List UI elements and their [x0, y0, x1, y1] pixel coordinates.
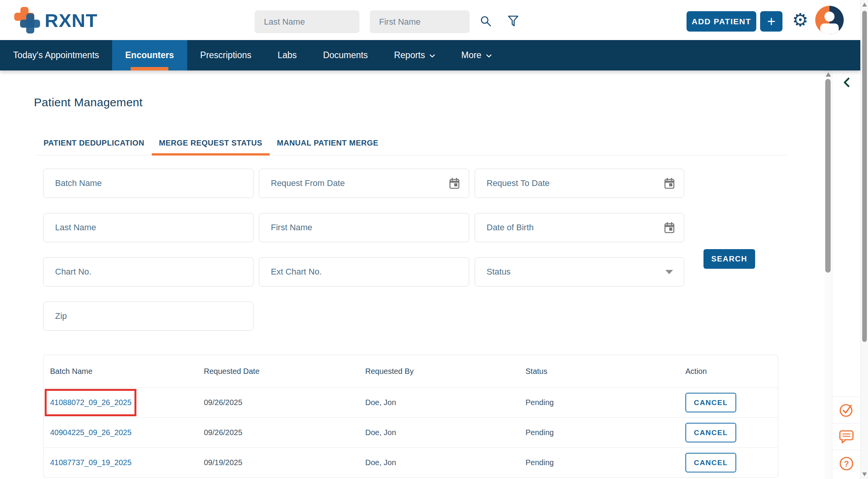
calendar-icon[interactable]	[449, 178, 460, 189]
page-title: Patient Management	[34, 96, 832, 109]
field-placeholder: Status	[487, 267, 665, 277]
help-button[interactable]: ?	[832, 450, 860, 479]
field-placeholder: Date of Birth	[487, 223, 664, 233]
dropdown-arrow-icon	[665, 270, 673, 274]
status-cell: Pending	[526, 428, 685, 437]
field-placeholder: Chart No.	[55, 267, 244, 277]
right-rail: ?	[832, 70, 860, 479]
requested-date-cell: 09/26/2025	[204, 428, 365, 437]
last-name-field[interactable]: Last Name	[43, 213, 254, 242]
calendar-icon[interactable]	[664, 178, 675, 189]
filter-icon[interactable]	[508, 15, 519, 28]
col-requested-date: Requested Date	[204, 367, 365, 376]
nav-label: More	[461, 50, 481, 60]
scroll-up-arrow-icon[interactable]	[826, 72, 831, 77]
nav-label: Labs	[278, 50, 297, 60]
zip-field[interactable]: Zip	[43, 301, 254, 331]
cancel-button[interactable]: CANCEL	[685, 393, 736, 412]
user-avatar[interactable]	[815, 6, 844, 34]
chevron-down-icon	[430, 54, 435, 58]
table-row: 40904225_09_26_2025 09/26/2025 Doe, Jon …	[44, 417, 778, 447]
filter-form: Batch Name Request From Date Request To …	[43, 169, 684, 331]
cancel-button[interactable]: CANCEL	[685, 453, 736, 472]
content-row: Patient Management PATIENT DEDUPLICATION…	[0, 70, 860, 479]
nav-reports[interactable]: Reports	[381, 40, 448, 70]
scrollbar-up-arrow-icon[interactable]	[862, 3, 867, 7]
cancel-button[interactable]: CANCEL	[685, 423, 736, 442]
col-action: Action	[685, 367, 778, 376]
rail-icon-stack: ?	[832, 397, 860, 479]
header-last-name-input[interactable]	[255, 10, 359, 33]
nav-documents[interactable]: Documents	[310, 40, 381, 70]
tab-manual-patient-merge[interactable]: MANUAL PATIENT MERGE	[270, 134, 386, 156]
top-header: RXNT ADD PATIENT + ⚙	[0, 0, 860, 40]
requested-date-cell: 09/26/2025	[204, 398, 365, 407]
tab-merge-request-status[interactable]: MERGE REQUEST STATUS	[152, 134, 270, 156]
search-icon[interactable]	[480, 15, 492, 29]
rxnt-logo: RXNT	[14, 7, 97, 34]
search-button[interactable]: SEARCH	[703, 249, 755, 269]
requested-by-cell: Doe, Jon	[365, 428, 526, 437]
field-placeholder: Batch Name	[55, 178, 244, 188]
chevron-down-icon	[486, 54, 492, 58]
nav-label: Prescriptions	[200, 50, 252, 60]
status-select[interactable]: Status	[475, 257, 684, 286]
status-cell: Pending	[526, 398, 685, 407]
table-header-row: Batch Name Requested Date Requested By S…	[44, 355, 778, 387]
scrollbar-down-arrow-icon[interactable]	[862, 472, 867, 476]
tab-patient-deduplication[interactable]: PATIENT DEDUPLICATION	[36, 134, 152, 156]
settings-gear-icon[interactable]: ⚙	[792, 8, 808, 32]
table-row: 41087737_09_19_2025 09/19/2025 Doe, Jon …	[44, 447, 778, 477]
first-name-field[interactable]: First Name	[259, 213, 469, 242]
nav-more[interactable]: More	[448, 40, 504, 70]
requested-by-cell: Doe, Jon	[365, 398, 526, 407]
batch-name-link[interactable]: 41088072_09_26_2025	[50, 398, 131, 407]
question-circle-icon: ?	[838, 456, 855, 472]
app-root: RXNT ADD PATIENT + ⚙ Today's Appointment…	[0, 0, 860, 479]
nav-todays-appointments[interactable]: Today's Appointments	[0, 40, 112, 70]
request-from-date-field[interactable]: Request From Date	[259, 169, 469, 198]
tasks-button[interactable]	[832, 397, 860, 423]
field-placeholder: Request To Date	[487, 178, 664, 188]
field-placeholder: Ext Chart No.	[271, 267, 460, 277]
browser-scrollbar-thumb[interactable]	[862, 11, 867, 342]
nav-labs[interactable]: Labs	[265, 40, 310, 70]
browser-scrollbar[interactable]	[860, 0, 868, 479]
nav-label: Today's Appointments	[13, 50, 99, 60]
header-first-name-input[interactable]	[370, 10, 470, 33]
field-placeholder: First Name	[271, 223, 460, 233]
chat-bubble-icon	[838, 429, 855, 444]
nav-prescriptions[interactable]: Prescriptions	[187, 40, 265, 70]
requested-date-cell: 09/19/2025	[204, 458, 365, 467]
ext-chart-no-field[interactable]: Ext Chart No.	[259, 257, 469, 286]
batch-name-link[interactable]: 41087737_09_19_2025	[50, 458, 131, 467]
date-of-birth-field[interactable]: Date of Birth	[475, 213, 684, 242]
page-tabs: PATIENT DEDUPLICATION MERGE REQUEST STAT…	[36, 134, 787, 156]
main-nav: Today's Appointments Encounters Prescrip…	[0, 40, 860, 70]
batch-name-link[interactable]: 40904225_09_26_2025	[50, 428, 131, 437]
col-requested-by: Requested By	[365, 367, 526, 376]
col-status: Status	[526, 367, 685, 376]
nav-label: Reports	[394, 50, 425, 60]
field-placeholder: Zip	[55, 311, 244, 321]
rxnt-logo-icon	[14, 7, 41, 34]
content-scrollbar-thumb[interactable]	[825, 79, 831, 273]
request-to-date-field[interactable]: Request To Date	[475, 169, 684, 198]
field-placeholder: Last Name	[55, 223, 244, 233]
rxnt-logo-text: RXNT	[45, 10, 97, 31]
quick-add-button[interactable]: +	[760, 11, 782, 32]
nav-encounters[interactable]: Encounters	[112, 40, 187, 70]
collapse-panel-button[interactable]	[843, 77, 850, 89]
chart-no-field[interactable]: Chart No.	[43, 257, 254, 286]
field-placeholder: Request From Date	[271, 178, 449, 188]
main-content: Patient Management PATIENT DEDUPLICATION…	[0, 70, 832, 479]
table-row: 41088072_09_26_2025 09/26/2025 Doe, Jon …	[44, 387, 778, 417]
batch-name-field[interactable]: Batch Name	[43, 169, 254, 198]
add-patient-button[interactable]: ADD PATIENT	[687, 11, 756, 32]
content-scrollbar[interactable]	[825, 70, 831, 479]
chat-button[interactable]	[832, 423, 860, 450]
calendar-icon[interactable]	[664, 222, 675, 233]
status-cell: Pending	[526, 458, 685, 467]
nav-label: Documents	[323, 50, 368, 60]
svg-text:?: ?	[844, 459, 849, 469]
